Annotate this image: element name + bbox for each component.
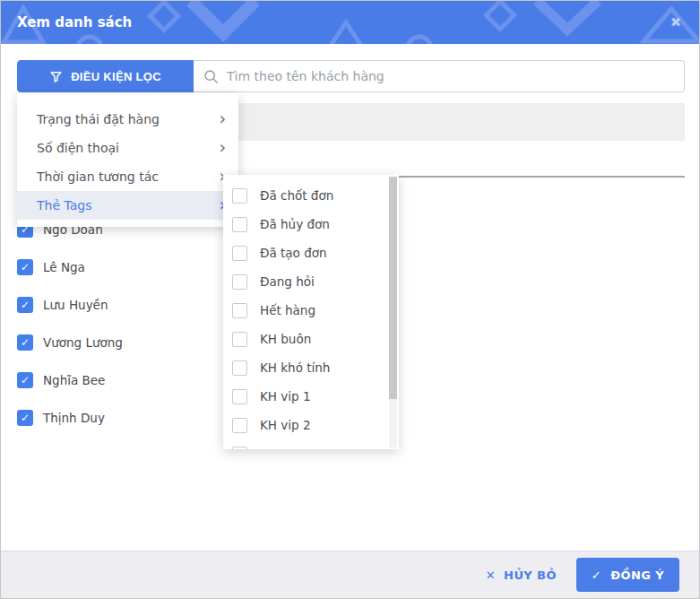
menu-item-label: Số điện thoại	[37, 141, 119, 155]
customer-checkbox-checked[interactable]: ✓	[17, 410, 33, 426]
menu-item-label: Thời gian tương tác	[37, 169, 159, 184]
search-box	[194, 60, 685, 92]
tag-checkbox[interactable]	[232, 360, 247, 376]
menu-item-tags[interactable]: Thẻ Tags›	[17, 191, 238, 220]
chevron-right-icon: ›	[219, 139, 226, 158]
tags-submenu: Đã chốt đơnĐã hủy đơnĐã tạo đơnĐang hỏiH…	[223, 175, 399, 449]
tag-option-9[interactable]	[223, 439, 399, 449]
tag-option-label: Hết hàng	[260, 303, 315, 317]
tag-checkbox[interactable]	[232, 246, 247, 261]
tag-option-3[interactable]: Đang hỏi	[223, 267, 399, 296]
tag-option-7[interactable]: KH vip 1	[223, 382, 399, 411]
customer-row-1[interactable]: ✓Lê Nga	[17, 259, 123, 275]
tag-option-label: KH vip 2	[260, 418, 311, 432]
modal-header: Xem danh sách ✖	[1, 1, 699, 44]
customer-name-label: Nghĩa Bee	[43, 373, 105, 387]
tag-checkbox[interactable]	[232, 418, 247, 433]
confirm-check-icon: ✓	[592, 569, 601, 582]
tag-option-label: Đã hủy đơn	[260, 217, 330, 231]
tag-option-label: Đang hỏi	[260, 274, 315, 289]
submenu-scrollbar-thumb[interactable]	[389, 177, 397, 399]
customer-name-label: Lưu Huyền	[43, 298, 108, 312]
tag-option-1[interactable]: Đã hủy đơn	[223, 210, 399, 239]
tag-option-8[interactable]: KH vip 2	[223, 411, 399, 439]
customer-checklist: ✓Ngo Doan✓Lê Nga✓Lưu Huyền✓Vương Lương✓N…	[17, 221, 123, 447]
customer-checkbox-checked[interactable]: ✓	[17, 334, 33, 351]
tag-option-label: Đã chốt đơn	[260, 188, 333, 203]
customer-name-label: Vương Lương	[43, 335, 123, 350]
tag-option-2[interactable]: Đã tạo đơn	[223, 239, 399, 267]
menu-item-label: Thẻ Tags	[37, 198, 91, 213]
tag-option-label: KH buôn	[260, 332, 311, 346]
filter-conditions-button[interactable]: ĐIỀU KIỆN LỌC	[17, 60, 194, 92]
modal-footer: ✕ HỦY BỎ ✓ ĐỒNG Ý	[1, 551, 699, 598]
menu-item-phone[interactable]: Số điện thoại›	[17, 134, 238, 162]
customer-row-4[interactable]: ✓Nghĩa Bee	[17, 372, 123, 388]
customer-row-2[interactable]: ✓Lưu Huyền	[17, 297, 123, 313]
tags-submenu-list: Đã chốt đơnĐã hủy đơnĐã tạo đơnĐang hỏiH…	[223, 181, 399, 449]
customer-checkbox-checked[interactable]: ✓	[17, 372, 33, 388]
menu-item-label: Trạng thái đặt hàng	[37, 112, 160, 126]
view-list-modal: Xem danh sách ✖ ĐIỀU KIỆN LỌC ✓Ngo Doan✓…	[0, 0, 700, 599]
tag-option-label: Đã tạo đơn	[260, 246, 327, 260]
tag-option-label: KH khó tính	[260, 360, 330, 375]
filter-dropdown-menu: Trạng thái đặt hàng›Số điện thoại›Thời g…	[17, 93, 238, 227]
tag-checkbox[interactable]	[232, 447, 247, 450]
tag-option-4[interactable]: Hết hàng	[223, 296, 399, 325]
customer-checkbox-checked[interactable]: ✓	[17, 297, 33, 313]
customer-name-label: Lê Nga	[43, 260, 85, 274]
filter-button-label: ĐIỀU KIỆN LỌC	[71, 70, 161, 83]
customer-checkbox-checked[interactable]: ✓	[17, 259, 33, 275]
tag-option-label: KH vip 1	[260, 389, 311, 404]
search-input[interactable]	[219, 69, 684, 83]
tag-option-6[interactable]: KH khó tính	[223, 353, 399, 382]
chevron-right-icon: ›	[219, 110, 226, 129]
menu-item-order-status[interactable]: Trạng thái đặt hàng›	[17, 105, 238, 134]
tag-checkbox[interactable]	[232, 274, 247, 290]
modal-title: Xem danh sách	[17, 1, 132, 44]
cancel-button-label: HỦY BỎ	[504, 569, 557, 582]
tag-checkbox[interactable]	[232, 303, 247, 318]
cancel-button[interactable]: ✕ HỦY BỎ	[486, 569, 557, 582]
filter-row: ĐIỀU KIỆN LỌC	[17, 60, 685, 92]
confirm-button-label: ĐỒNG Ý	[610, 569, 664, 582]
submenu-scrollbar-track[interactable]	[389, 177, 397, 447]
tag-option-0[interactable]: Đã chốt đơn	[223, 181, 399, 210]
customer-row-3[interactable]: ✓Vương Lương	[17, 334, 123, 351]
tag-checkbox[interactable]	[232, 217, 247, 232]
confirm-button[interactable]: ✓ ĐỒNG Ý	[576, 558, 679, 592]
customer-name-label: Thịnh Duy	[43, 411, 105, 425]
customer-row-5[interactable]: ✓Thịnh Duy	[17, 410, 123, 426]
tag-checkbox[interactable]	[232, 188, 247, 204]
tag-checkbox[interactable]	[232, 332, 247, 347]
close-icon[interactable]: ✖	[667, 13, 685, 31]
cancel-x-icon: ✕	[486, 569, 496, 582]
search-icon	[203, 69, 219, 84]
tag-checkbox[interactable]	[232, 389, 247, 404]
menu-item-interaction-time[interactable]: Thời gian tương tác›	[17, 162, 238, 191]
tag-option-5[interactable]: KH buôn	[223, 325, 399, 353]
funnel-icon	[49, 70, 63, 83]
